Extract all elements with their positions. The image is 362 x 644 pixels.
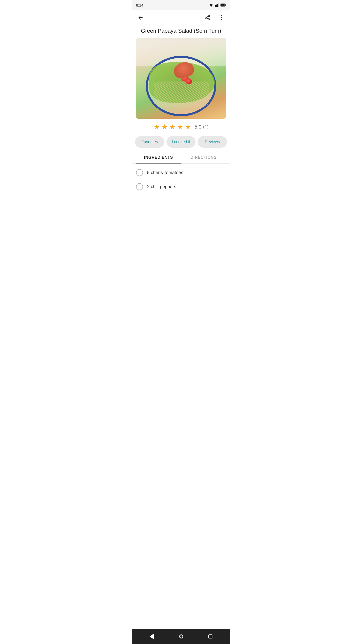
tab-ingredients[interactable]: INGREDIENTS [136,152,181,163]
tab-directions[interactable]: DIRECTIONS [181,152,226,163]
cooked-it-button[interactable]: I cooked it [166,136,196,148]
more-button[interactable] [217,13,226,22]
share-icon [204,15,210,21]
recipe-image-inner [136,38,226,119]
star-2[interactable]: ★ [161,123,168,131]
rating-container: ★ ★ ★ ★ ★ 5.0 (1) [132,119,230,134]
nav-right [203,13,226,22]
tab-bar: INGREDIENTS DIRECTIONS [132,152,230,164]
ingredient-checkbox-1[interactable] [136,169,143,176]
share-button[interactable] [203,13,212,22]
nav-back-icon [150,633,154,639]
ingredient-item-1: 5 cherry tomatoes [136,166,226,180]
noodles [154,82,209,107]
nav-bar [132,10,230,25]
ingredient-checkbox-2[interactable] [136,183,143,190]
svg-point-8 [205,17,207,18]
recipe-image-container [132,38,230,119]
star-4[interactable]: ★ [177,123,183,131]
rating-count: (1) [203,124,208,130]
wifi-icon [209,3,213,7]
svg-rect-6 [221,4,225,6]
nav-recents-button[interactable] [207,633,214,640]
ingredient-name-1: 5 cherry tomatoes [147,170,183,175]
status-bar: 8:14 [132,0,230,10]
svg-rect-5 [225,5,226,6]
svg-line-10 [207,18,208,19]
nav-home-button[interactable] [178,633,185,640]
back-button[interactable] [136,13,145,22]
battery-icon [220,4,226,7]
tomato2 [186,78,192,84]
star-1[interactable]: ★ [154,123,160,131]
bottom-nav [132,629,230,644]
svg-rect-1 [216,5,217,7]
signal-icon [215,3,219,7]
rating-score: 5.0 [195,124,202,130]
nav-left [136,13,145,22]
star-5[interactable]: ★ [185,123,191,131]
food-scene [136,38,226,119]
svg-point-9 [208,19,210,20]
status-icons [209,3,226,7]
recipe-image [136,38,226,119]
svg-point-14 [221,19,222,20]
ingredient-name-2: 2 chili peppers [147,184,176,189]
svg-rect-2 [217,4,218,7]
ingredients-list: 5 cherry tomatoes 2 chili peppers [132,164,230,196]
svg-line-11 [207,16,208,17]
back-arrow-icon [138,15,144,21]
svg-point-7 [208,15,210,17]
action-buttons: Favorites I cooked it Reviews [132,134,230,152]
svg-point-12 [221,15,222,16]
reviews-button[interactable]: Reviews [198,136,227,148]
ingredient-item-2: 2 chili peppers [136,180,226,194]
nav-back-button[interactable] [148,632,156,641]
svg-rect-3 [218,3,219,7]
more-vertical-icon [218,15,224,21]
svg-rect-0 [215,5,216,7]
recipe-title: Green Papaya Salad (Som Tum) [132,25,230,38]
svg-point-13 [221,17,222,18]
star-3[interactable]: ★ [169,123,175,131]
nav-home-icon [179,634,183,638]
nav-recents-icon [208,634,212,638]
favorites-button[interactable]: Favorites [135,136,164,148]
status-time: 8:14 [136,3,143,7]
